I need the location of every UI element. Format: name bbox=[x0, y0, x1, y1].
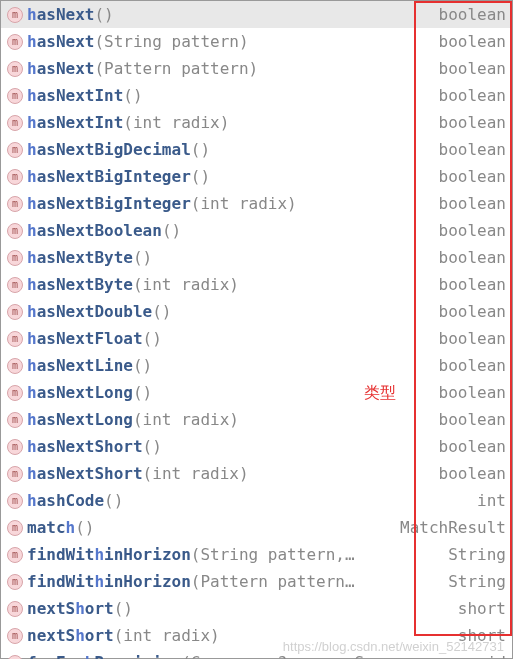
method-params: (int radix) bbox=[133, 275, 239, 294]
method-name-match: h bbox=[27, 491, 37, 510]
completion-item[interactable]: mhasNextInt(int radix)boolean bbox=[1, 109, 512, 136]
method-params: () bbox=[114, 599, 133, 618]
method-params: () bbox=[133, 356, 152, 375]
method-name-rest: asNext bbox=[37, 5, 95, 24]
return-type: boolean bbox=[431, 383, 506, 402]
method-name-rest: inHorizon bbox=[104, 572, 191, 591]
completion-item[interactable]: mhasNextLong(int radix)boolean bbox=[1, 406, 512, 433]
method-params: (int radix) bbox=[133, 410, 239, 429]
method-name-rest: ort bbox=[85, 599, 114, 618]
method-name-rest: asNextBoolean bbox=[37, 221, 162, 240]
return-type: boolean bbox=[431, 194, 506, 213]
completion-item[interactable]: mnextShort(int radix)short bbox=[1, 622, 512, 649]
method-name-prefix: nextS bbox=[27, 599, 75, 618]
method-name-rest: ashCode bbox=[37, 491, 104, 510]
return-type: String bbox=[440, 572, 506, 591]
completion-item[interactable]: mfindWithinHorizon(Pattern pattern…Strin… bbox=[1, 568, 512, 595]
completion-item[interactable]: mhasNextByte()boolean bbox=[1, 244, 512, 271]
completion-item[interactable]: mhasNextBigDecimal()boolean bbox=[1, 136, 512, 163]
method-params: () bbox=[152, 302, 171, 321]
method-name-match: h bbox=[27, 221, 37, 240]
method-name-rest: asNextShort bbox=[37, 437, 143, 456]
method-icon: m bbox=[7, 250, 23, 266]
return-type: boolean bbox=[431, 248, 506, 267]
return-type: boolean bbox=[431, 437, 506, 456]
method-icon: m bbox=[7, 412, 23, 428]
method-icon: m bbox=[7, 88, 23, 104]
completion-item[interactable]: mhasNextBigInteger()boolean bbox=[1, 163, 512, 190]
completion-item[interactable]: mmatch()MatchResult bbox=[1, 514, 512, 541]
completion-item[interactable]: mhasNextByte(int radix)boolean bbox=[1, 271, 512, 298]
method-name-rest: asNext bbox=[37, 59, 95, 78]
return-type: MatchResult bbox=[392, 518, 506, 537]
method-name-rest: asNextBigDecimal bbox=[37, 140, 191, 159]
return-type: short bbox=[450, 626, 506, 645]
completion-item[interactable]: mforEachRemaining(Consumer<? super S…voi… bbox=[1, 649, 512, 659]
method-name-match: h bbox=[27, 437, 37, 456]
method-icon: m bbox=[7, 115, 23, 131]
completion-item[interactable]: mhasNextBigInteger(int radix)boolean bbox=[1, 190, 512, 217]
completion-item[interactable]: mhasNextShort(int radix)boolean bbox=[1, 460, 512, 487]
completion-item[interactable]: mhasNext()boolean bbox=[1, 1, 512, 28]
return-type: boolean bbox=[431, 5, 506, 24]
completion-item[interactable]: mnextShort()short bbox=[1, 595, 512, 622]
method-name-match: h bbox=[94, 545, 104, 564]
completion-item[interactable]: mhashCode()int bbox=[1, 487, 512, 514]
method-name-rest: asNextDouble bbox=[37, 302, 153, 321]
completion-item[interactable]: mhasNextFloat()boolean bbox=[1, 325, 512, 352]
method-name-match: h bbox=[27, 410, 37, 429]
method-params: () bbox=[133, 248, 152, 267]
return-type: boolean bbox=[431, 356, 506, 375]
method-icon: m bbox=[7, 439, 23, 455]
method-signature: hasNext() bbox=[27, 5, 114, 24]
method-name-rest: asNextLine bbox=[37, 356, 133, 375]
completion-item[interactable]: mhasNextBoolean()boolean bbox=[1, 217, 512, 244]
method-signature: findWithinHorizon(Pattern pattern… bbox=[27, 572, 355, 591]
method-name-match: h bbox=[27, 5, 37, 24]
method-name-match: h bbox=[94, 572, 104, 591]
return-type: int bbox=[469, 491, 506, 510]
method-icon: m bbox=[7, 7, 23, 23]
method-signature: hasNextBigInteger(int radix) bbox=[27, 194, 297, 213]
method-signature: hasNextFloat() bbox=[27, 329, 162, 348]
method-signature: hasNextLine() bbox=[27, 356, 152, 375]
method-icon: m bbox=[7, 196, 23, 212]
method-icon: m bbox=[7, 493, 23, 509]
method-signature: hasNextLong(int radix) bbox=[27, 410, 239, 429]
method-params: () bbox=[191, 140, 210, 159]
method-name-rest: asNextLong bbox=[37, 383, 133, 402]
method-signature: match() bbox=[27, 518, 94, 537]
method-name-match: h bbox=[75, 599, 85, 618]
method-icon: m bbox=[7, 547, 23, 563]
completion-item[interactable]: mhasNextDouble()boolean bbox=[1, 298, 512, 325]
method-icon: m bbox=[7, 142, 23, 158]
completion-item[interactable]: mhasNextLine()boolean bbox=[1, 352, 512, 379]
return-type: String bbox=[440, 545, 506, 564]
return-type: boolean bbox=[431, 167, 506, 186]
method-signature: hasNextBigInteger() bbox=[27, 167, 210, 186]
method-name-match: h bbox=[27, 32, 37, 51]
method-name-match: h bbox=[27, 194, 37, 213]
completion-item[interactable]: mfindWithinHorizon(String pattern,…Strin… bbox=[1, 541, 512, 568]
method-name-prefix: findWit bbox=[27, 572, 94, 591]
method-name-match: h bbox=[66, 518, 76, 537]
method-signature: hasNextBoolean() bbox=[27, 221, 181, 240]
completion-item[interactable]: mhasNextShort()boolean bbox=[1, 433, 512, 460]
method-name-match: h bbox=[27, 140, 37, 159]
return-type: boolean bbox=[431, 32, 506, 51]
method-params: (Pattern pattern… bbox=[191, 572, 355, 591]
method-params: (int radix) bbox=[143, 464, 249, 483]
method-params: (int radix) bbox=[114, 626, 220, 645]
method-params: () bbox=[104, 491, 123, 510]
completion-item[interactable]: mhasNextLong()boolean bbox=[1, 379, 512, 406]
completion-item[interactable]: mhasNext(String pattern)boolean bbox=[1, 28, 512, 55]
method-name-prefix: matc bbox=[27, 518, 66, 537]
completion-item[interactable]: mhasNext(Pattern pattern)boolean bbox=[1, 55, 512, 82]
return-type: boolean bbox=[431, 329, 506, 348]
return-type: boolean bbox=[431, 59, 506, 78]
method-name-prefix: nextS bbox=[27, 626, 75, 645]
completion-item[interactable]: mhasNextInt()boolean bbox=[1, 82, 512, 109]
method-params: () bbox=[123, 86, 142, 105]
method-name-match: h bbox=[27, 275, 37, 294]
method-icon: m bbox=[7, 61, 23, 77]
